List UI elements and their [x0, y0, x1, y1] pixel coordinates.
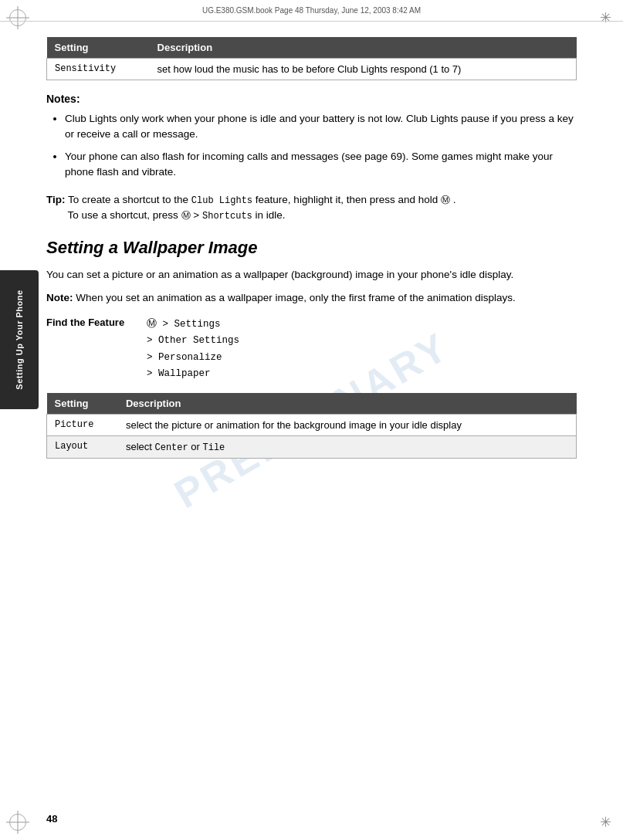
corner-mark-bl [6, 811, 29, 834]
tip-code1: Club Lights [191, 195, 252, 206]
col-setting-2: Setting [47, 393, 118, 415]
note2-section: Note: When you set an animation as a wal… [46, 290, 577, 306]
page-number: 48 [46, 813, 57, 825]
sensitivity-description: set how loud the music has to be before … [150, 59, 577, 80]
step-3: > Personalize [147, 350, 239, 366]
tip-code3: Ⓜ [181, 211, 191, 222]
layout-description: select Center or Tile [118, 436, 577, 459]
table-row: Sensitivity set how loud the music has t… [47, 59, 577, 80]
tip-code4: Shortcuts [202, 211, 252, 222]
header-text: UG.E380.GSM.book Page 48 Thursday, June … [202, 6, 421, 15]
section-title: Setting a Wallpaper Image [46, 238, 577, 258]
find-feature-steps: Ⓜ > Settings > Other Settings > Personal… [147, 317, 239, 382]
layout-code1: Center [154, 442, 188, 453]
tip-text2: feature, highlight it, then press and ho… [256, 194, 441, 205]
sensitivity-setting: Sensitivity [47, 59, 150, 80]
notes-title: Notes: [46, 93, 577, 105]
list-item: Your phone can also flash for incoming c… [65, 149, 577, 181]
header-bar: UG.E380.GSM.book Page 48 Thursday, June … [0, 0, 623, 22]
layout-setting: Layout [47, 436, 118, 459]
layout-or: or [191, 441, 202, 452]
picture-setting: Picture [47, 415, 118, 436]
find-feature-box: Find the Feature Ⓜ > Settings > Other Se… [46, 317, 577, 382]
tip-code2: Ⓜ [441, 195, 450, 206]
layout-code2: Tile [203, 442, 225, 453]
main-content: Setting Description Sensitivity set how … [0, 22, 623, 486]
layout-text: select [126, 441, 155, 452]
note2-label: Note: [46, 292, 73, 303]
step-2: > Other Settings [147, 333, 239, 349]
table-row: Layout select Center or Tile [47, 436, 577, 459]
tip-label: Tip: [46, 194, 66, 205]
table-row: Picture select the picture or animation … [47, 415, 577, 436]
tip-text4: To use a shortcut, press [68, 209, 181, 221]
tip-text5: > [193, 209, 202, 221]
tip-text6: in idle. [256, 209, 286, 221]
picture-description: select the picture or animation for the … [118, 415, 577, 436]
step-4: > Wallpaper [147, 366, 239, 382]
notes-section: Notes: Club Lights only work when your p… [46, 93, 577, 180]
tip-text1: To create a shortcut to the [68, 194, 191, 205]
tip-section: Tip: To create a shortcut to the Club Li… [46, 192, 577, 224]
col-description-2: Description [118, 393, 577, 415]
corner-mark-br: ✳ [594, 811, 617, 834]
step-1: Ⓜ > Settings [147, 317, 239, 333]
notes-list: Club Lights only work when your phone is… [65, 111, 577, 180]
col-setting-1: Setting [47, 37, 150, 59]
col-description-1: Description [150, 37, 577, 59]
note2-text: When you set an animation as a wallpaper… [76, 292, 516, 303]
list-item: Club Lights only work when your phone is… [65, 111, 577, 143]
sensitivity-table: Setting Description Sensitivity set how … [46, 37, 577, 80]
wallpaper-table: Setting Description Picture select the p… [46, 393, 577, 459]
body-text-1: You can set a picture or an animation as… [46, 267, 577, 283]
tip-text3: . [453, 194, 456, 205]
find-feature-label: Find the Feature [46, 317, 147, 382]
